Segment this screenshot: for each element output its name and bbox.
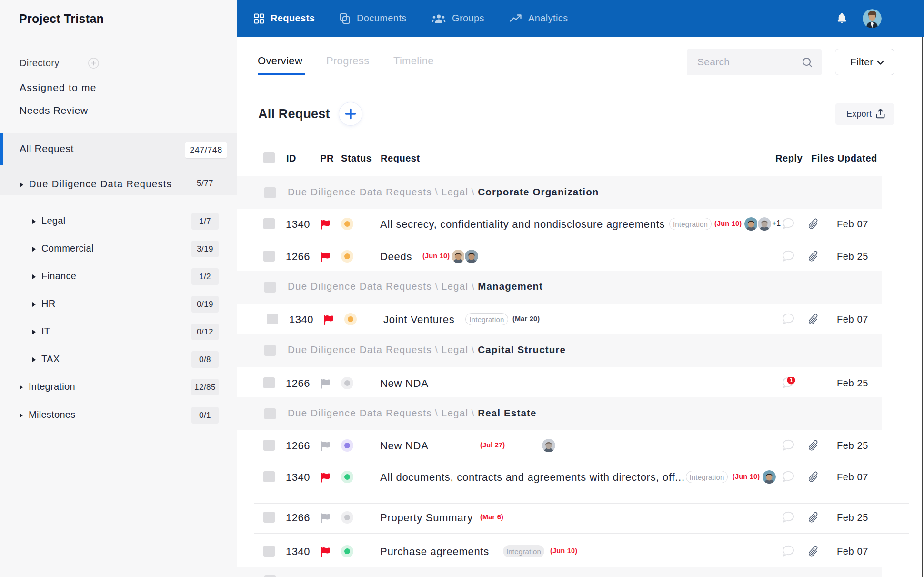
svg-text:1: 1 (790, 377, 793, 384)
